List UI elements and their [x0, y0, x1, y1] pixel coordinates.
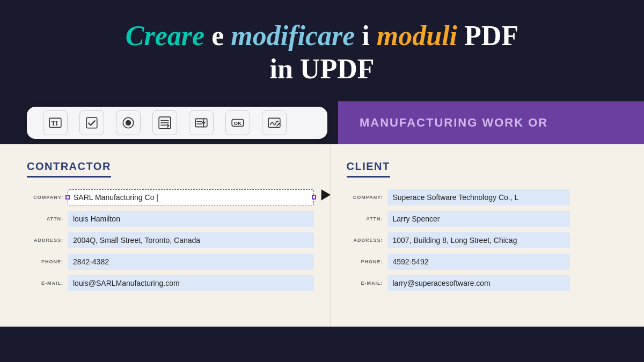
client-address-label: ADDRESS:	[347, 238, 383, 243]
contractor-attn-input[interactable]	[68, 211, 314, 227]
signature-icon[interactable]	[262, 110, 287, 135]
client-company-input[interactable]	[387, 189, 570, 205]
combo-box-icon[interactable]	[189, 110, 214, 135]
client-phone-input[interactable]	[387, 254, 570, 270]
button-icon[interactable]: OK	[225, 110, 250, 135]
checkbox-icon[interactable]	[79, 110, 104, 135]
manufacturing-banner: MANUFACTURING WORK OR	[338, 101, 644, 144]
contractor-company-row: COMPANY:	[27, 189, 314, 205]
hero-title: Creare e modificare i moduli PDF in UPDF	[11, 19, 633, 86]
client-attn-row: ATTN:	[347, 211, 634, 227]
hero-word-pdf: PDF	[464, 20, 518, 51]
contractor-attn-row: ATTN:	[27, 211, 314, 227]
hero-word-creare: Creare	[126, 20, 204, 51]
client-company-label: COMPANY:	[347, 195, 383, 200]
client-email-label: E-MAIL:	[347, 280, 383, 286]
field-handle-left[interactable]	[65, 195, 70, 200]
contractor-company-label: COMPANY:	[27, 195, 63, 200]
field-handle-right[interactable]	[312, 195, 316, 200]
toolbar-section: TI	[0, 101, 644, 144]
contractor-address-label: ADDRESS:	[27, 238, 63, 243]
contractor-phone-label: PHONE:	[27, 259, 63, 264]
contractor-section: CONTRACTOR COMPANY: ATTN: ADDRESS:	[0, 144, 331, 327]
client-address-input[interactable]	[387, 232, 570, 248]
svg-rect-15	[268, 118, 280, 127]
document-area: CONTRACTOR COMPANY: ATTN: ADDRESS:	[0, 144, 644, 327]
svg-rect-2	[86, 117, 97, 128]
client-email-input[interactable]	[387, 275, 570, 291]
svg-rect-9	[195, 119, 207, 127]
client-attn-label: ATTN:	[347, 216, 383, 221]
contractor-address-row: ADDRESS:	[27, 232, 314, 248]
manufacturing-text: MANUFACTURING WORK OR	[360, 116, 548, 130]
toolbar-bar: TI	[27, 107, 327, 139]
client-phone-row: PHONE:	[347, 254, 634, 270]
radio-icon[interactable]	[116, 110, 141, 135]
contractor-email-label: E-MAIL:	[27, 280, 63, 286]
contractor-company-input[interactable]	[68, 189, 314, 205]
svg-text:OK: OK	[233, 120, 241, 126]
svg-point-4	[126, 120, 131, 125]
contractor-attn-label: ATTN:	[27, 216, 63, 221]
contractor-email-input[interactable]	[68, 275, 314, 291]
hero-word-moduli: moduli	[377, 20, 457, 51]
client-phone-label: PHONE:	[347, 259, 383, 264]
contractor-title: CONTRACTOR	[27, 160, 111, 178]
client-address-row: ADDRESS:	[347, 232, 634, 248]
hero-word-in-updf: in UPDF	[270, 54, 375, 84]
contractor-company-field-wrapper	[68, 189, 314, 205]
contractor-phone-row: PHONE:	[27, 254, 314, 270]
svg-text:TI: TI	[51, 120, 58, 127]
hero-section: Creare e modificare i moduli PDF in UPDF	[0, 0, 644, 101]
client-company-row: COMPANY:	[347, 189, 634, 205]
hero-word-e: e	[211, 20, 231, 51]
client-section: CLIENT COMPANY: ATTN: ADDRESS: PHONE: E-…	[331, 144, 645, 327]
hero-line2: in UPDF	[11, 53, 633, 86]
cursor-arrow	[316, 189, 330, 203]
contractor-address-input[interactable]	[68, 232, 314, 248]
contractor-email-row: E-MAIL:	[27, 275, 314, 291]
hero-word-modificare: modificare	[231, 20, 355, 51]
hero-word-i: i	[362, 20, 376, 51]
list-icon[interactable]	[152, 110, 177, 135]
client-email-row: E-MAIL:	[347, 275, 634, 291]
text-field-icon[interactable]: TI	[43, 110, 68, 135]
client-title: CLIENT	[347, 160, 390, 178]
client-attn-input[interactable]	[387, 211, 570, 227]
contractor-phone-input[interactable]	[68, 254, 314, 270]
